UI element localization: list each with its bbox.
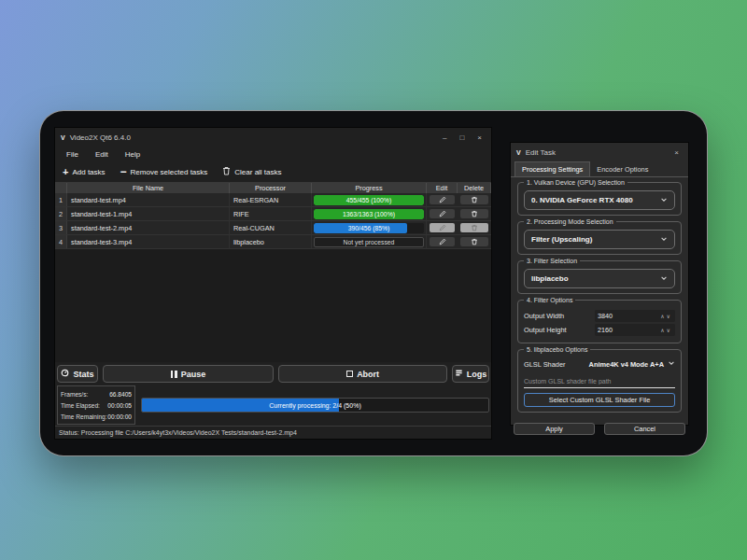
edit-task-button-disabled (430, 223, 455, 232)
status-text: Status: Processing file C:/Users/k4yt3x/… (59, 429, 297, 436)
apply-button[interactable]: Apply (514, 423, 595, 435)
main-titlebar[interactable]: V Video2X Qt6 6.4.0 – □ × (55, 128, 491, 147)
custom-shader-path-input[interactable] (524, 375, 675, 388)
tab-processing-settings[interactable]: Processing Settings (514, 161, 590, 176)
stop-icon (346, 371, 353, 377)
fps-label: Frames/s: (61, 391, 88, 398)
chevron-down-icon (660, 274, 668, 284)
chevron-down-icon (668, 359, 675, 369)
pause-icon (171, 371, 177, 378)
edit-task-window: V Edit Task × Processing Settings Encode… (510, 142, 689, 426)
minimize-icon[interactable]: – (443, 133, 446, 142)
stats-button[interactable]: Stats (57, 365, 98, 383)
overall-progress-bar: Currently processing: 2/4 (50%) (141, 398, 489, 413)
file-name-cell: standard-test-3.mp4 (67, 235, 230, 248)
menu-edit[interactable]: Edit (88, 148, 116, 161)
glsl-shader-select[interactable]: Anime4K v4 Mode A+A (589, 359, 675, 369)
table-row[interactable]: 3 standard-test-2.mp4 Real-CUGAN 390/456… (55, 221, 491, 235)
processor-cell: Real-ESRGAN (230, 193, 312, 206)
processor-cell: Real-CUGAN (230, 221, 312, 234)
trash-icon (222, 166, 231, 177)
close-icon[interactable]: × (674, 148, 679, 157)
spin-arrows-icon[interactable]: ∧∨ (660, 327, 672, 333)
processing-mode-group: 2. Processing Mode Selection Filter (Ups… (517, 221, 682, 255)
filter-selection-group: 3. Filter Selection libplacebo (517, 260, 682, 294)
row-number: 4 (55, 235, 67, 248)
remove-tasks-label: Remove selected tasks (131, 168, 208, 176)
vulkan-device-group: 1. Vulkan Device (GPU) Selection 0. NVID… (517, 182, 682, 216)
progress-cell: 455/455 (100%) (312, 193, 427, 206)
row-number: 3 (55, 221, 67, 234)
delete-task-button[interactable] (460, 209, 488, 218)
clear-tasks-label: Clear all tasks (234, 168, 281, 176)
glsl-shader-label: GLSL Shader (524, 360, 566, 369)
cancel-button[interactable]: Cancel (604, 423, 685, 435)
group-legend: 4. Filter Options (524, 297, 575, 303)
abort-label: Abort (357, 370, 379, 379)
pause-button[interactable]: Pause (103, 365, 274, 383)
add-tasks-label: Add tasks (72, 168, 105, 176)
chevron-down-icon (660, 196, 668, 205)
col-progress[interactable]: Progress (312, 183, 427, 193)
logs-icon (455, 369, 463, 379)
abort-button[interactable]: Abort (278, 365, 447, 383)
output-height-stepper[interactable]: 2160 ∧∨ (595, 324, 675, 336)
select-custom-shader-button[interactable]: Select Custom GLSL Shader File (524, 393, 675, 407)
pause-label: Pause (181, 370, 206, 379)
file-name-cell: standard-test-2.mp4 (67, 221, 230, 234)
row-number: 2 (55, 207, 67, 220)
output-width-stepper[interactable]: 3840 ∧∨ (595, 310, 675, 322)
gpu-select-value: 0. NVIDIA GeForce RTX 4080 (531, 196, 660, 204)
gpu-select[interactable]: 0. NVIDIA GeForce RTX 4080 (524, 190, 675, 210)
filter-select[interactable]: libplacebo (524, 269, 675, 288)
add-tasks-button[interactable]: + Add tasks (63, 167, 106, 177)
delete-task-button[interactable] (460, 237, 488, 246)
filter-options-group: 4. Filter Options Output Width 3840 ∧∨ O… (517, 300, 682, 343)
tab-encoder-options[interactable]: Encoder Options (590, 162, 655, 176)
chevron-down-icon (660, 235, 668, 245)
col-edit[interactable]: Edit (427, 183, 458, 193)
menu-help[interactable]: Help (118, 148, 148, 161)
file-name-cell: standard-test.mp4 (67, 193, 230, 206)
maximize-icon[interactable]: □ (459, 133, 464, 142)
group-legend: 3. Filter Selection (524, 258, 580, 264)
edit-task-title: Edit Task (526, 148, 675, 157)
progress-label: 390/456 (85%) (314, 223, 424, 233)
elapsed-value: 00:00:05 (107, 402, 132, 409)
table-row[interactable]: 2 standard-test-1.mp4 RIFE 1363/1363 (10… (55, 207, 491, 221)
spin-arrows-icon[interactable]: ∧∨ (660, 313, 672, 319)
delete-task-button[interactable] (460, 195, 488, 204)
minus-icon: − (120, 166, 127, 177)
edit-task-footer: Apply Cancel (511, 421, 688, 440)
filter-select-value: libplacebo (531, 274, 660, 283)
control-buttons: Stats Pause Abort Logs (55, 362, 491, 385)
table-row[interactable]: 1 standard-test.mp4 Real-ESRGAN 455/455 … (55, 193, 491, 207)
libplacebo-options-group: 5. libplacebo Options GLSL Shader Anime4… (517, 349, 682, 413)
edit-task-tabs: Processing Settings Encoder Options (511, 161, 688, 177)
edit-task-button[interactable] (430, 237, 455, 246)
menu-file[interactable]: File (59, 148, 86, 161)
app-logo-icon: V (61, 134, 65, 141)
edit-task-titlebar[interactable]: V Edit Task × (511, 143, 688, 161)
edit-task-content: 1. Vulkan Device (GPU) Selection 0. NVID… (511, 177, 688, 421)
fps-value: 66.8405 (109, 391, 132, 398)
table-header: File Name Processor Progress Edit Delete (55, 183, 491, 193)
col-processor[interactable]: Processor (230, 183, 312, 193)
remaining-value: 00:00:00 (107, 413, 132, 420)
edit-task-button[interactable] (430, 209, 455, 218)
processor-cell: libplacebo (230, 235, 312, 248)
progress-label: Not yet processed (315, 238, 423, 246)
clear-all-tasks-button[interactable]: Clear all tasks (222, 166, 281, 177)
progress-label: 455/455 (100%) (314, 195, 424, 205)
col-delete[interactable]: Delete (458, 183, 491, 193)
mode-select[interactable]: Filter (Upscaling) (524, 230, 675, 249)
col-file-name[interactable]: File Name (67, 183, 230, 193)
output-width-label: Output Width (524, 312, 564, 320)
edit-task-button[interactable] (430, 195, 455, 204)
remove-selected-tasks-button[interactable]: − Remove selected tasks (120, 166, 208, 177)
table-row[interactable]: 4 standard-test-3.mp4 libplacebo Not yet… (55, 235, 491, 249)
logs-button[interactable]: Logs (452, 365, 489, 383)
output-height-value: 2160 (598, 326, 660, 334)
toolbar: + Add tasks − Remove selected tasks Clea… (55, 161, 491, 183)
close-icon[interactable]: × (477, 133, 482, 142)
